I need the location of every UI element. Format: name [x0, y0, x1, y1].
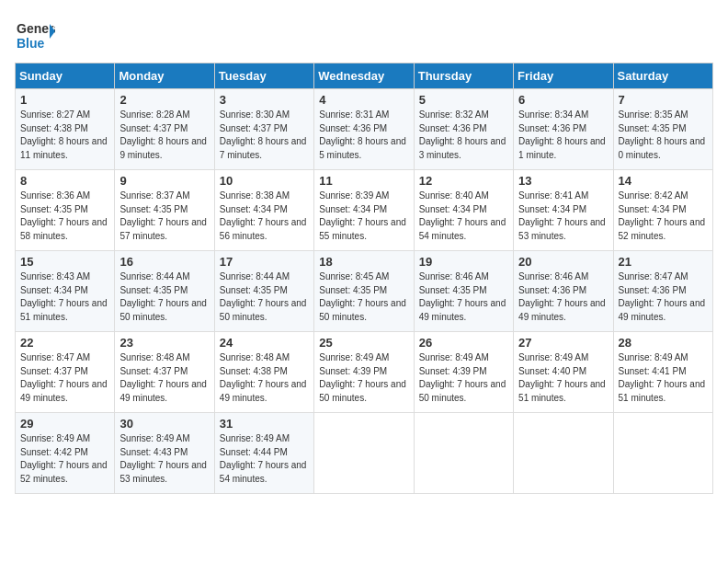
col-header-thursday: Thursday — [414, 63, 513, 89]
col-header-friday: Friday — [514, 63, 613, 89]
calendar-cell: 2Sunrise: 8:28 AM Sunset: 4:37 PM Daylig… — [115, 89, 214, 170]
day-number: 2 — [119, 93, 209, 107]
day-number: 1 — [20, 93, 109, 107]
col-header-sunday: Sunday — [16, 63, 115, 89]
calendar-cell: 18Sunrise: 8:45 AM Sunset: 4:35 PM Dayli… — [314, 251, 414, 332]
calendar-cell — [613, 413, 712, 494]
calendar-cell: 1Sunrise: 8:27 AM Sunset: 4:38 PM Daylig… — [16, 89, 115, 170]
calendar-cell: 12Sunrise: 8:40 AM Sunset: 4:34 PM Dayli… — [414, 170, 513, 251]
day-number: 9 — [119, 174, 209, 188]
cell-data: Sunrise: 8:38 AM Sunset: 4:34 PM Dayligh… — [220, 190, 309, 243]
day-number: 31 — [220, 417, 309, 431]
cell-data: Sunrise: 8:49 AM Sunset: 4:42 PM Dayligh… — [20, 432, 109, 486]
cell-data: Sunrise: 8:48 AM Sunset: 4:37 PM Dayligh… — [119, 351, 209, 405]
col-header-wednesday: Wednesday — [314, 63, 414, 89]
calendar-cell: 8Sunrise: 8:36 AM Sunset: 4:35 PM Daylig… — [16, 170, 115, 251]
svg-text:Blue: Blue — [17, 36, 45, 51]
col-header-saturday: Saturday — [613, 63, 712, 89]
cell-data: Sunrise: 8:27 AM Sunset: 4:38 PM Dayligh… — [20, 109, 109, 162]
cell-data: Sunrise: 8:37 AM Sunset: 4:35 PM Dayligh… — [119, 190, 209, 243]
calendar-cell: 6Sunrise: 8:34 AM Sunset: 4:36 PM Daylig… — [514, 89, 613, 170]
day-number: 25 — [319, 336, 408, 350]
day-number: 6 — [518, 93, 608, 107]
calendar-cell: 29Sunrise: 8:49 AM Sunset: 4:42 PM Dayli… — [16, 413, 115, 494]
calendar-cell: 17Sunrise: 8:44 AM Sunset: 4:35 PM Dayli… — [214, 251, 313, 332]
day-number: 16 — [119, 255, 209, 269]
cell-data: Sunrise: 8:35 AM Sunset: 4:35 PM Dayligh… — [619, 109, 708, 162]
day-number: 5 — [419, 93, 508, 107]
day-number: 28 — [619, 336, 708, 350]
calendar-cell: 11Sunrise: 8:39 AM Sunset: 4:34 PM Dayli… — [314, 170, 414, 251]
cell-data: Sunrise: 8:34 AM Sunset: 4:36 PM Dayligh… — [518, 109, 608, 162]
day-number: 21 — [619, 255, 708, 269]
day-number: 27 — [518, 336, 608, 350]
calendar-table: SundayMondayTuesdayWednesdayThursdayFrid… — [15, 63, 713, 494]
cell-data: Sunrise: 8:49 AM Sunset: 4:43 PM Dayligh… — [119, 432, 209, 486]
col-header-monday: Monday — [115, 63, 214, 89]
day-number: 3 — [220, 93, 309, 107]
calendar-cell: 20Sunrise: 8:46 AM Sunset: 4:36 PM Dayli… — [514, 251, 613, 332]
calendar-cell: 19Sunrise: 8:46 AM Sunset: 4:35 PM Dayli… — [414, 251, 513, 332]
day-number: 10 — [220, 174, 309, 188]
day-number: 17 — [220, 255, 309, 269]
cell-data: Sunrise: 8:42 AM Sunset: 4:34 PM Dayligh… — [619, 190, 708, 243]
cell-data: Sunrise: 8:48 AM Sunset: 4:38 PM Dayligh… — [220, 351, 309, 405]
calendar-cell: 27Sunrise: 8:49 AM Sunset: 4:40 PM Dayli… — [514, 332, 613, 413]
calendar-cell: 22Sunrise: 8:47 AM Sunset: 4:37 PM Dayli… — [16, 332, 115, 413]
cell-data: Sunrise: 8:28 AM Sunset: 4:37 PM Dayligh… — [119, 109, 209, 162]
logo-icon: General Blue — [15, 15, 55, 55]
calendar-cell: 30Sunrise: 8:49 AM Sunset: 4:43 PM Dayli… — [115, 413, 214, 494]
cell-data: Sunrise: 8:40 AM Sunset: 4:34 PM Dayligh… — [419, 190, 508, 243]
day-number: 12 — [419, 174, 508, 188]
calendar-cell: 28Sunrise: 8:49 AM Sunset: 4:41 PM Dayli… — [613, 332, 712, 413]
cell-data: Sunrise: 8:49 AM Sunset: 4:39 PM Dayligh… — [419, 351, 508, 405]
day-number: 20 — [518, 255, 608, 269]
day-number: 4 — [319, 93, 408, 107]
day-number: 30 — [119, 417, 209, 431]
cell-data: Sunrise: 8:47 AM Sunset: 4:37 PM Dayligh… — [20, 351, 109, 405]
calendar-cell — [314, 413, 414, 494]
calendar-cell — [414, 413, 513, 494]
day-number: 26 — [419, 336, 508, 350]
cell-data: Sunrise: 8:45 AM Sunset: 4:35 PM Dayligh… — [319, 270, 408, 324]
cell-data: Sunrise: 8:36 AM Sunset: 4:35 PM Dayligh… — [20, 190, 109, 243]
cell-data: Sunrise: 8:39 AM Sunset: 4:34 PM Dayligh… — [319, 190, 408, 243]
calendar-cell: 14Sunrise: 8:42 AM Sunset: 4:34 PM Dayli… — [613, 170, 712, 251]
cell-data: Sunrise: 8:31 AM Sunset: 4:36 PM Dayligh… — [319, 109, 408, 162]
calendar-cell: 10Sunrise: 8:38 AM Sunset: 4:34 PM Dayli… — [214, 170, 313, 251]
page-header: General Blue — [15, 15, 713, 55]
cell-data: Sunrise: 8:43 AM Sunset: 4:34 PM Dayligh… — [20, 270, 109, 324]
day-number: 8 — [20, 174, 109, 188]
cell-data: Sunrise: 8:44 AM Sunset: 4:35 PM Dayligh… — [220, 270, 309, 324]
cell-data: Sunrise: 8:49 AM Sunset: 4:40 PM Dayligh… — [518, 351, 608, 405]
calendar-cell: 3Sunrise: 8:30 AM Sunset: 4:37 PM Daylig… — [214, 89, 313, 170]
day-number: 13 — [518, 174, 608, 188]
day-number: 19 — [419, 255, 508, 269]
calendar-cell: 24Sunrise: 8:48 AM Sunset: 4:38 PM Dayli… — [214, 332, 313, 413]
day-number: 7 — [619, 93, 708, 107]
cell-data: Sunrise: 8:46 AM Sunset: 4:36 PM Dayligh… — [518, 270, 608, 324]
calendar-cell — [514, 413, 613, 494]
day-number: 18 — [319, 255, 408, 269]
calendar-cell: 31Sunrise: 8:49 AM Sunset: 4:44 PM Dayli… — [214, 413, 313, 494]
calendar-cell: 9Sunrise: 8:37 AM Sunset: 4:35 PM Daylig… — [115, 170, 214, 251]
day-number: 22 — [20, 336, 109, 350]
calendar-cell: 15Sunrise: 8:43 AM Sunset: 4:34 PM Dayli… — [16, 251, 115, 332]
cell-data: Sunrise: 8:41 AM Sunset: 4:34 PM Dayligh… — [518, 190, 608, 243]
calendar-cell: 26Sunrise: 8:49 AM Sunset: 4:39 PM Dayli… — [414, 332, 513, 413]
day-number: 24 — [220, 336, 309, 350]
cell-data: Sunrise: 8:49 AM Sunset: 4:39 PM Dayligh… — [319, 351, 408, 405]
calendar-cell: 7Sunrise: 8:35 AM Sunset: 4:35 PM Daylig… — [613, 89, 712, 170]
col-header-tuesday: Tuesday — [214, 63, 313, 89]
calendar-cell: 23Sunrise: 8:48 AM Sunset: 4:37 PM Dayli… — [115, 332, 214, 413]
cell-data: Sunrise: 8:49 AM Sunset: 4:44 PM Dayligh… — [220, 432, 309, 486]
calendar-cell: 21Sunrise: 8:47 AM Sunset: 4:36 PM Dayli… — [613, 251, 712, 332]
day-number: 15 — [20, 255, 109, 269]
calendar-cell: 4Sunrise: 8:31 AM Sunset: 4:36 PM Daylig… — [314, 89, 414, 170]
calendar-cell: 13Sunrise: 8:41 AM Sunset: 4:34 PM Dayli… — [514, 170, 613, 251]
cell-data: Sunrise: 8:30 AM Sunset: 4:37 PM Dayligh… — [220, 109, 309, 162]
cell-data: Sunrise: 8:47 AM Sunset: 4:36 PM Dayligh… — [619, 270, 708, 324]
cell-data: Sunrise: 8:32 AM Sunset: 4:36 PM Dayligh… — [419, 109, 508, 162]
cell-data: Sunrise: 8:44 AM Sunset: 4:35 PM Dayligh… — [119, 270, 209, 324]
cell-data: Sunrise: 8:49 AM Sunset: 4:41 PM Dayligh… — [619, 351, 708, 405]
